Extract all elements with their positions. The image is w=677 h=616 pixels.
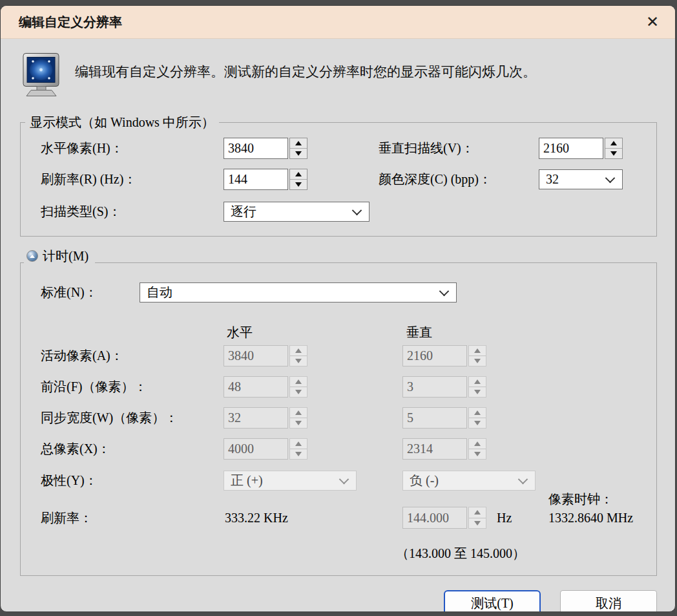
v-lines-input[interactable]: 2160: [539, 138, 603, 159]
refresh-rate-spinner[interactable]: 144: [224, 169, 307, 190]
spin-up-icon: [469, 408, 486, 418]
sync-width-label: 同步宽度(W)（像素）：: [41, 407, 178, 429]
edit-custom-resolution-dialog: 编辑自定义分辨率 ✕ 编辑现有自定义分辨率。测试新的自定义分辨率时您的显示器可能…: [0, 5, 676, 612]
chevron-down-icon: [339, 474, 349, 484]
pixel-clock-label: 像素时钟：: [548, 491, 613, 508]
total-pixels-v-spinner: 2314: [402, 438, 486, 460]
total-pixels-h-spinner: 4000: [224, 438, 307, 460]
close-icon[interactable]: ✕: [641, 6, 663, 38]
spin-down-icon: [290, 418, 307, 428]
active-pixels-label: 活动像素(A)：: [41, 345, 123, 366]
spin-up-icon: [469, 507, 486, 518]
cancel-button[interactable]: 取消: [560, 590, 657, 612]
standard-value: 自动: [147, 284, 172, 301]
scan-type-value: 逐行: [231, 203, 256, 220]
total-pixels-h-input: 4000: [224, 438, 288, 460]
spin-down-icon: [469, 418, 486, 428]
spin-down-icon: [469, 387, 486, 397]
sync-width-h-spinner: 32: [224, 407, 307, 429]
dialog-description: 编辑现有自定义分辨率。测试新的自定义分辨率时您的显示器可能闪烁几次。: [75, 63, 656, 81]
h-pixels-spinner[interactable]: 3840: [224, 138, 307, 159]
active-pixels-v-input: 2160: [402, 345, 467, 366]
spin-up-icon: [469, 346, 486, 356]
chevron-down-icon: [352, 205, 362, 215]
timing-legend-text: 计时(M): [43, 248, 89, 265]
spin-up-icon[interactable]: [290, 169, 307, 179]
spin-up-icon: [290, 346, 307, 356]
collapse-toggle-icon[interactable]: [26, 250, 38, 262]
total-pixels-label: 总像素(X)：: [41, 438, 110, 460]
pixel-clock-value: 1332.8640 MHz: [548, 511, 633, 526]
polarity-label: 极性(Y)：: [41, 471, 98, 491]
front-porch-v-spinner: 3: [402, 376, 486, 398]
scan-type-dropdown[interactable]: 逐行: [224, 202, 370, 222]
h-pixels-input[interactable]: 3840: [224, 138, 288, 159]
spin-down-icon[interactable]: [290, 148, 307, 158]
refresh-rate-input[interactable]: 144: [224, 169, 288, 190]
chevron-down-icon: [518, 474, 528, 484]
refresh-range-note: （143.000 至 145.000）: [396, 545, 525, 562]
chevron-down-icon: [605, 173, 616, 183]
spin-down-icon: [290, 356, 307, 366]
sync-width-h-input: 32: [224, 407, 288, 429]
color-depth-label: 颜色深度(C) (bpp)：: [379, 169, 492, 190]
spin-up-icon: [469, 439, 486, 449]
refresh-h-readout: 333.22 KHz: [225, 511, 288, 526]
active-pixels-h-spinner: 3840: [224, 345, 307, 366]
v-lines-label: 垂直扫描线(V)：: [379, 138, 474, 159]
front-porch-h-spinner: 48: [224, 376, 307, 398]
front-porch-h-input: 48: [224, 376, 288, 398]
scan-type-label: 扫描类型(S)：: [41, 201, 121, 222]
polarity-h-value: 正 (+): [231, 472, 263, 489]
spin-down-icon[interactable]: [605, 148, 622, 158]
spin-down-icon: [469, 449, 486, 459]
standard-label: 标准(N)：: [41, 282, 98, 303]
spin-down-icon: [290, 449, 307, 459]
spin-up-icon: [290, 439, 307, 449]
total-pixels-v-input: 2314: [402, 438, 467, 460]
refresh-v-input: 144.000: [402, 507, 467, 529]
active-pixels-v-spinner: 2160: [402, 345, 486, 366]
sync-width-v-spinner: 5: [402, 407, 486, 429]
timing-legend: 计时(M): [24, 248, 95, 264]
spin-up-icon: [469, 377, 486, 387]
chevron-down-icon: [439, 286, 450, 296]
display-mode-legend: 显示模式（如 Windows 中所示）: [25, 114, 219, 130]
standard-dropdown[interactable]: 自动: [140, 282, 457, 303]
spin-up-icon[interactable]: [290, 138, 307, 148]
spin-down-icon: [290, 387, 307, 397]
v-lines-spinner[interactable]: 2160: [539, 138, 623, 159]
titlebar: 编辑自定义分辨率 ✕: [1, 6, 675, 39]
color-depth-value: 32: [546, 172, 559, 187]
dialog-title: 编辑自定义分辨率: [19, 6, 122, 38]
front-porch-label: 前沿(F)（像素）：: [41, 376, 147, 398]
sync-width-v-input: 5: [402, 407, 467, 429]
column-header-horizontal: 水平: [227, 324, 253, 341]
spin-up-icon: [290, 408, 307, 418]
refresh-v-spinner: 144.000: [402, 507, 486, 529]
h-pixels-label: 水平像素(H)：: [41, 138, 123, 159]
spin-down-icon: [469, 356, 486, 366]
spin-down-icon[interactable]: [290, 179, 307, 189]
polarity-v-dropdown: 负 (-): [402, 471, 536, 491]
monitor-icon: [20, 52, 63, 99]
polarity-h-dropdown: 正 (+): [224, 471, 357, 491]
front-porch-v-input: 3: [402, 376, 467, 398]
spin-up-icon: [290, 377, 307, 387]
refresh-v-unit: Hz: [497, 511, 512, 526]
spin-down-icon: [469, 518, 486, 529]
column-header-vertical: 垂直: [406, 324, 432, 341]
active-pixels-h-input: 3840: [224, 345, 288, 366]
polarity-v-value: 负 (-): [410, 472, 439, 489]
test-button[interactable]: 测试(T): [444, 590, 541, 612]
spin-up-icon[interactable]: [605, 138, 622, 148]
color-depth-dropdown[interactable]: 32: [539, 169, 623, 189]
refresh-rate-label: 刷新率(R) (Hz)：: [41, 169, 136, 190]
refresh-row-label: 刷新率：: [41, 507, 92, 529]
